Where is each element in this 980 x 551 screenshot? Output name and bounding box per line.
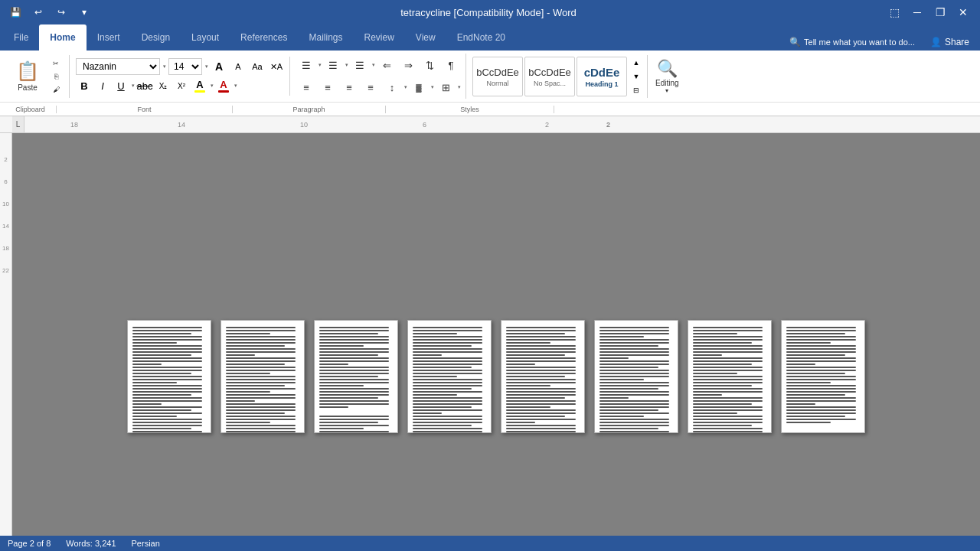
page-7-thumbnail[interactable]	[688, 320, 772, 433]
tab-design[interactable]: Design	[131, 24, 181, 51]
document-canvas[interactable]	[12, 133, 980, 551]
tab-file[interactable]: File	[3, 24, 39, 51]
ruler-mark-14: 14	[178, 121, 185, 129]
page-8-thumbnail[interactable]	[781, 320, 865, 433]
tab-mailings[interactable]: Mailings	[298, 24, 353, 51]
multilevel-list-button[interactable]: ☰	[350, 55, 370, 75]
paste-button[interactable]: 📋 Paste	[9, 57, 46, 96]
tab-layout[interactable]: Layout	[181, 24, 230, 51]
multilevel-arrow[interactable]: ▾	[372, 62, 375, 68]
clipboard-group: 📋 Paste ✂ ⎘ 🖌	[5, 55, 70, 98]
ribbon-display-button[interactable]: ⬚	[884, 2, 905, 23]
format-painter-button[interactable]: 🖌	[47, 83, 64, 96]
page-4-thumbnail[interactable]	[407, 320, 492, 433]
tab-references[interactable]: References	[230, 24, 298, 51]
numbering-arrow[interactable]: ▾	[345, 62, 348, 68]
line-spacing-arrow[interactable]: ▾	[404, 84, 407, 90]
align-left-button[interactable]: ≡	[296, 77, 316, 97]
page-2-thumbnail[interactable]	[220, 320, 305, 433]
paste-icon: 📋	[16, 60, 39, 82]
align-right-button[interactable]: ≡	[339, 77, 359, 97]
decrease-indent-button[interactable]: ⇐	[377, 55, 397, 75]
italic-button[interactable]: I	[94, 77, 111, 94]
empty-canvas-top	[28, 148, 965, 317]
cut-button[interactable]: ✂	[47, 57, 64, 70]
window-controls: ⬚ ─ ❐ ✕	[884, 2, 974, 23]
text-highlight-button[interactable]: A	[191, 79, 208, 93]
font-color-bar	[218, 90, 229, 93]
font-color-button[interactable]: A	[215, 79, 232, 93]
styles-scroll-up[interactable]: ▲	[630, 57, 642, 69]
line-spacing-button[interactable]: ↕	[382, 77, 402, 97]
editing-label: Editing	[655, 79, 679, 87]
font-dropdown-arrow[interactable]: ▾	[163, 64, 166, 70]
page-5-thumbnail[interactable]	[501, 320, 585, 433]
superscript-button[interactable]: X²	[173, 77, 190, 94]
increase-indent-button[interactable]: ⇒	[398, 55, 418, 75]
paragraph-group: ☰ ▾ ☰ ▾ ☰ ▾ ⇐ ⇒ ⇅ ¶ ≡ ≡ ≡ ≡ ↕ ▾ ▓ ▾ ⊞	[292, 54, 466, 99]
close-button[interactable]: ✕	[952, 2, 974, 23]
font-size-select[interactable]: 14	[168, 58, 202, 75]
tab-endnote[interactable]: EndNote 20	[446, 24, 516, 51]
justify-button[interactable]: ≡	[361, 77, 381, 97]
page-1-content	[128, 321, 211, 433]
ruler-mark-2b: 2	[606, 121, 610, 129]
style-normal-card[interactable]: bCcDdEe Normal	[472, 57, 523, 96]
highlight-color-bar	[194, 90, 205, 93]
copy-button[interactable]: ⎘	[47, 70, 64, 83]
clear-formatting-button[interactable]: ✕A	[268, 58, 285, 75]
styles-scroll-down[interactable]: ▼	[630, 70, 642, 83]
word-count: Words: 3,241	[66, 539, 116, 548]
status-bar: Page 2 of 8 Words: 3,241 Persian	[0, 536, 980, 551]
shrink-font-button[interactable]: A	[230, 58, 247, 75]
normal-label: Normal	[486, 80, 508, 87]
share-label: Share	[945, 37, 969, 47]
share-button[interactable]: 🔍 Tell me what you want to do... 👤 Share	[782, 34, 977, 51]
minimize-button[interactable]: ─	[906, 2, 928, 23]
underline-arrow[interactable]: ▾	[132, 83, 135, 89]
style-heading1-card[interactable]: cDdEe Heading 1	[577, 57, 627, 96]
align-center-button[interactable]: ≡	[318, 77, 338, 97]
bullets-arrow[interactable]: ▾	[318, 62, 322, 68]
underline-button[interactable]: U	[113, 77, 129, 94]
tab-home[interactable]: Home	[39, 24, 86, 51]
highlight-arrow[interactable]: ▾	[211, 83, 214, 89]
styles-more-button[interactable]: ⊟	[630, 84, 642, 96]
show-marks-button[interactable]: ¶	[441, 55, 461, 75]
sort-button[interactable]: ⇅	[420, 55, 439, 75]
ruler-mark-2: 2	[545, 121, 549, 129]
subscript-button[interactable]: X₂	[155, 77, 172, 94]
font-name-select[interactable]: Nazanin	[76, 58, 160, 75]
undo-button[interactable]: ↩	[29, 3, 47, 21]
page-3-thumbnail[interactable]	[314, 320, 398, 433]
ruler-corner[interactable]: L	[12, 116, 24, 133]
style-nospace-card[interactable]: bCcDdEe No Spac...	[524, 57, 575, 96]
page-6-thumbnail[interactable]	[594, 320, 678, 433]
redo-button[interactable]: ↪	[52, 3, 70, 21]
size-dropdown-arrow[interactable]: ▾	[205, 64, 208, 70]
title-bar: 💾 ↩ ↪ ▾ tetracycline [Compatibility Mode…	[0, 0, 980, 24]
font-color-arrow[interactable]: ▾	[234, 83, 237, 89]
tab-insert[interactable]: Insert	[87, 24, 131, 51]
clipboard-group-label: Clipboard	[5, 106, 57, 113]
tab-review[interactable]: Review	[353, 24, 404, 51]
borders-arrow[interactable]: ▾	[458, 84, 461, 90]
change-case-button[interactable]: Aa	[249, 58, 266, 75]
numbering-button[interactable]: ☰	[323, 55, 343, 75]
editing-group[interactable]: 🔍 Editing ▾	[649, 57, 685, 96]
grow-font-button[interactable]: A	[211, 58, 227, 75]
save-button[interactable]: 💾	[6, 3, 24, 21]
page-1-thumbnail[interactable]	[127, 320, 211, 433]
para-row2: ≡ ≡ ≡ ≡ ↕ ▾ ▓ ▾ ⊞ ▾	[296, 77, 461, 97]
share-icon: 👤	[930, 37, 942, 47]
customize-qat-button[interactable]: ▾	[75, 3, 93, 21]
tab-view[interactable]: View	[405, 24, 446, 51]
shading-arrow[interactable]: ▾	[431, 84, 434, 90]
bullets-button[interactable]: ☰	[296, 55, 316, 75]
editing-arrow[interactable]: ▾	[665, 87, 668, 94]
bold-button[interactable]: B	[76, 77, 93, 94]
restore-button[interactable]: ❐	[929, 2, 951, 23]
strikethrough-button[interactable]: abc	[136, 77, 153, 94]
borders-button[interactable]: ⊞	[436, 77, 456, 97]
shading-button[interactable]: ▓	[409, 77, 429, 97]
